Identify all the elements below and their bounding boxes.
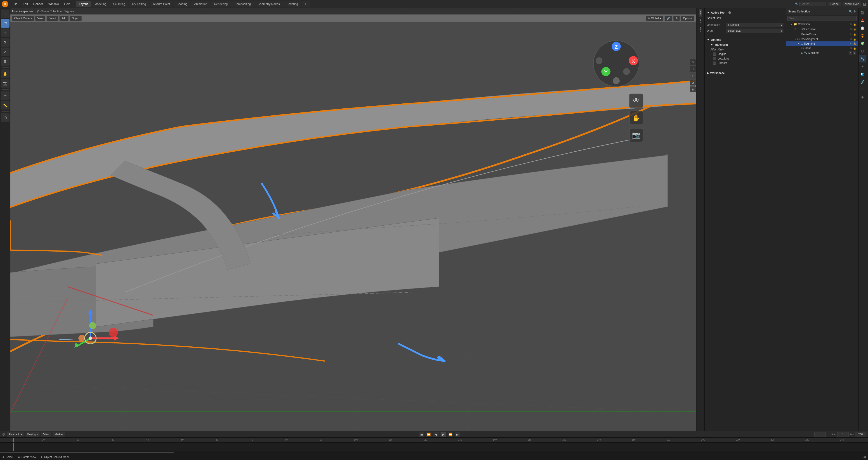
- viewport-shading-solid[interactable]: ●: [690, 73, 696, 79]
- timeline-track[interactable]: 1 10 20 30 40 50 60 70 80 90 100 110 120…: [0, 438, 868, 454]
- tab-modeling[interactable]: Modeling: [91, 1, 110, 7]
- play-btn[interactable]: ▶: [440, 432, 446, 437]
- prop-tab-material[interactable]: ⊕: [859, 94, 866, 101]
- menu-edit[interactable]: Edit: [21, 1, 30, 6]
- prop-tab-modifiers[interactable]: 🔧: [859, 55, 866, 62]
- modifier-vis-btn[interactable]: 👁: [848, 51, 852, 55]
- global-search-input[interactable]: [799, 2, 827, 6]
- tab-uv-editing[interactable]: UV Editing: [129, 1, 149, 7]
- fullscreen-btn[interactable]: ⊡: [863, 2, 866, 6]
- timeline-scrollbar[interactable]: [0, 451, 868, 454]
- collection-vis-icon[interactable]: 👁: [850, 23, 852, 26]
- view-tab[interactable]: View: [699, 25, 702, 33]
- tool-tab[interactable]: Tool: [699, 18, 702, 25]
- prop-tab-object[interactable]: ⬡: [859, 48, 866, 55]
- jump-start-btn[interactable]: ⏮: [419, 432, 424, 437]
- rotate-tool-btn[interactable]: ⟳: [1, 38, 9, 47]
- view-layer-selector[interactable]: ViewLayer: [843, 2, 861, 6]
- vp-snap-btn[interactable]: 🔗: [664, 16, 672, 21]
- viewport-shading-wire[interactable]: ⬡: [690, 66, 696, 72]
- tab-sculpting[interactable]: Sculpting: [110, 1, 128, 7]
- vp-global-space[interactable]: ⊕ Global ▾: [646, 16, 663, 21]
- locations-checkbox[interactable]: [713, 57, 716, 60]
- start-frame-input[interactable]: [837, 432, 848, 437]
- mode-select[interactable]: Object Mode ▾: [12, 16, 34, 21]
- prop-tab-output[interactable]: 📤: [859, 17, 866, 24]
- grab-tool-btn[interactable]: ✋: [1, 69, 9, 78]
- move-tool-btn[interactable]: ✛: [1, 29, 9, 37]
- collection-restrict-icon[interactable]: 🔒: [853, 23, 856, 26]
- outliner-search-input[interactable]: [787, 16, 857, 21]
- vp-proportional-btn[interactable]: ⊙: [673, 16, 680, 21]
- outliner-item-plane[interactable]: ⬡ Plane 👁 🔒: [786, 46, 858, 51]
- prop-tab-particles[interactable]: ✦: [859, 63, 866, 70]
- vp-view-btn[interactable]: View: [35, 16, 45, 21]
- plane-vis-icon[interactable]: 👁: [850, 47, 852, 50]
- prop-tab-data[interactable]: ⌒: [859, 86, 866, 93]
- vp-add-btn[interactable]: Add: [59, 16, 68, 21]
- prop-tab-view-layer[interactable]: 📋: [859, 24, 866, 32]
- beziercurve1-restrict-icon[interactable]: 🔒: [853, 28, 856, 31]
- prev-frame-btn[interactable]: ⏪: [426, 432, 432, 437]
- camera-tool-btn[interactable]: 📷: [1, 79, 9, 88]
- tab-texture-paint[interactable]: Texture Paint: [150, 1, 173, 7]
- viewport-3d[interactable]: User Perspective | (1) Scene Collection …: [10, 8, 696, 431]
- beziercurve2-vis-icon[interactable]: 👁: [850, 33, 852, 36]
- tracksegment-vis-icon[interactable]: 👁: [850, 38, 852, 40]
- prop-tab-physics[interactable]: 🌊: [859, 70, 866, 78]
- tab-rendering[interactable]: Rendering: [211, 1, 231, 7]
- parents-checkbox[interactable]: [713, 61, 716, 65]
- timeline-keyframe-area[interactable]: [0, 442, 868, 451]
- menu-render[interactable]: Render: [31, 1, 45, 6]
- plane-restrict-icon[interactable]: 🔒: [853, 47, 856, 50]
- viewport-shading-material[interactable]: ◕: [690, 80, 696, 86]
- menu-window[interactable]: Window: [46, 1, 61, 6]
- scene-selector[interactable]: Scene: [828, 2, 841, 6]
- keying-menu[interactable]: Keying ▾: [26, 432, 40, 437]
- tab-layout[interactable]: Layout: [76, 1, 91, 7]
- menu-file[interactable]: File: [10, 1, 20, 6]
- tab-scripting[interactable]: Scripting: [283, 1, 301, 7]
- tab-shading[interactable]: Shading: [174, 1, 191, 7]
- measure-tool-btn[interactable]: 📏: [1, 101, 9, 110]
- prop-tab-world[interactable]: 🌍: [859, 40, 866, 47]
- outliner-filter-btn[interactable]: 🔍: [849, 10, 852, 13]
- segment-vis-icon[interactable]: 👁: [850, 42, 852, 45]
- cursor-tool-btn[interactable]: ⊹: [1, 9, 9, 18]
- tab-animation[interactable]: Animation: [191, 1, 211, 7]
- beziercurve2-restrict-icon[interactable]: 🔒: [853, 33, 856, 36]
- vp-object-btn[interactable]: Object: [70, 16, 82, 21]
- play-reverse-btn[interactable]: ◀: [433, 432, 439, 437]
- transform-header[interactable]: ▼ Transform: [708, 42, 786, 47]
- scale-tool-btn[interactable]: ⤢: [1, 48, 9, 56]
- annotate-tool-btn[interactable]: ✏: [1, 91, 9, 100]
- outliner-item-beziercurve-2[interactable]: ⌒ BezierCurve 👁 🔒: [786, 32, 858, 37]
- end-frame-input[interactable]: [855, 432, 866, 437]
- options-header[interactable]: ▼ Options: [705, 37, 786, 42]
- jump-end-btn[interactable]: ⏭: [455, 432, 460, 437]
- item-tab[interactable]: Item: [699, 9, 702, 17]
- drag-select[interactable]: Select Box ▾: [726, 29, 783, 33]
- prop-tab-render[interactable]: 🎬: [859, 9, 866, 16]
- orientation-select[interactable]: ⊕ Default ▾: [726, 23, 783, 27]
- playback-menu[interactable]: Playback ▾: [7, 432, 24, 437]
- outliner-settings-btn[interactable]: ⚙: [853, 10, 856, 13]
- next-frame-btn[interactable]: ⏩: [448, 432, 453, 437]
- modifier-render-btn[interactable]: ⊙: [852, 51, 856, 55]
- vp-options-btn[interactable]: Options: [681, 16, 694, 21]
- outliner-item-collection[interactable]: ▼ 📁 Collection 👁 🔒: [786, 22, 858, 26]
- outliner-item-modifiers[interactable]: ▶ 🔧 Modifiers 👁 ⊙: [786, 51, 858, 55]
- origins-checkbox[interactable]: [713, 53, 716, 56]
- outliner-item-tracksegment[interactable]: ▼ ⬡ TrackSegment 👁 🔒: [786, 37, 858, 41]
- marker-menu[interactable]: Marker: [53, 432, 65, 437]
- tab-geometry-nodes[interactable]: Geometry Nodes: [254, 1, 283, 7]
- viewport-overlay-btn[interactable]: ⊙: [690, 59, 696, 65]
- active-tool-header[interactable]: ▼ Active Tool ⊕: [705, 9, 786, 16]
- beziercurve1-vis-icon[interactable]: 👁: [850, 28, 852, 31]
- workspace-header[interactable]: ▶ Workspace: [705, 70, 786, 76]
- segment-restrict-icon[interactable]: 🔒: [853, 42, 856, 45]
- vp-select-btn[interactable]: Select: [46, 16, 58, 21]
- tab-compositing[interactable]: Compositing: [231, 1, 254, 7]
- add-mesh-btn[interactable]: ⬡: [1, 113, 9, 122]
- outliner-item-beziercurve-1[interactable]: ▼ ⌒ BezierCurve 👁 🔒: [786, 26, 858, 32]
